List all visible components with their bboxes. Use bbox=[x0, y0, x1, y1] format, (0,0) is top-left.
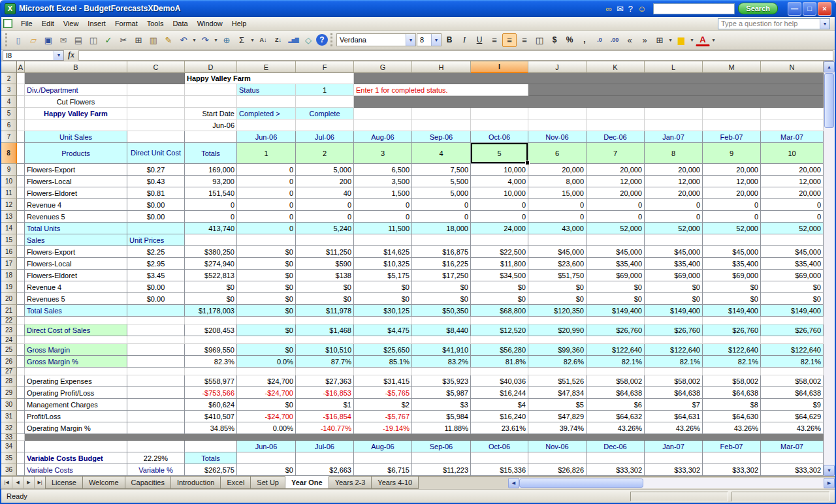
cell-E4[interactable] bbox=[237, 96, 296, 108]
cell-M30[interactable]: $8 bbox=[703, 399, 761, 411]
cell-D23[interactable]: $208,453 bbox=[185, 324, 237, 336]
cell-M25[interactable]: $122,640 bbox=[703, 344, 761, 356]
column-header-M[interactable]: M bbox=[703, 61, 761, 73]
cell-G15[interactable] bbox=[354, 234, 412, 246]
cell-C24[interactable] bbox=[127, 336, 185, 344]
cell-I31[interactable]: $16,240 bbox=[471, 411, 528, 422]
cell-B12[interactable]: Revenue 4 bbox=[25, 199, 127, 211]
cell-L24[interactable] bbox=[645, 336, 703, 344]
chevron-down-icon[interactable]: ▾ bbox=[431, 34, 441, 46]
cell-L21[interactable]: $149,400 bbox=[645, 305, 703, 317]
row-header-25[interactable]: 25 bbox=[1, 344, 17, 356]
cell-K6[interactable] bbox=[587, 119, 645, 131]
cell-J22[interactable] bbox=[528, 317, 587, 324]
decrease-indent-icon[interactable]: « bbox=[622, 33, 637, 47]
cell-G10[interactable]: 3,500 bbox=[354, 176, 412, 187]
cell-I11[interactable]: 10,000 bbox=[471, 187, 528, 199]
cell-H25[interactable]: $41,910 bbox=[412, 344, 471, 356]
cell-L36[interactable]: $33,302 bbox=[645, 464, 703, 476]
cell-A20[interactable] bbox=[17, 293, 25, 305]
cell-K31[interactable]: $64,632 bbox=[587, 411, 645, 422]
cell-K25[interactable]: $122,640 bbox=[587, 344, 645, 356]
cell-B8[interactable]: Products bbox=[25, 143, 127, 164]
cell-H17[interactable]: $16,225 bbox=[412, 258, 471, 270]
cell-A15[interactable] bbox=[17, 234, 25, 246]
copy-icon[interactable]: ⊞ bbox=[131, 33, 146, 47]
redo-icon-dropdown[interactable]: ▾ bbox=[213, 37, 219, 43]
cell-F29[interactable]: -$16,853 bbox=[296, 387, 354, 399]
cell-C17[interactable]: $2.95 bbox=[127, 258, 185, 270]
cell-I21[interactable]: $68,800 bbox=[471, 305, 528, 317]
cell-N6[interactable] bbox=[761, 119, 824, 131]
cell-D28[interactable]: $558,977 bbox=[185, 375, 237, 387]
cell-J12[interactable]: 0 bbox=[528, 199, 587, 211]
cell-E31[interactable]: -$24,700 bbox=[237, 411, 296, 422]
cell-N14[interactable]: 52,000 bbox=[761, 223, 824, 234]
help-icon[interactable]: ? bbox=[316, 34, 328, 46]
cell-A8[interactable] bbox=[17, 143, 25, 164]
cell-F5[interactable]: Complete bbox=[296, 108, 354, 119]
cell-D32[interactable]: 34.85% bbox=[185, 422, 237, 434]
cell-G13[interactable]: 0 bbox=[354, 211, 412, 223]
cell-K14[interactable]: 52,000 bbox=[587, 223, 645, 234]
cell-A4[interactable] bbox=[17, 96, 25, 108]
cell-D20[interactable]: $0 bbox=[185, 293, 237, 305]
cell-K32[interactable]: 43.26% bbox=[587, 422, 645, 434]
column-header-A[interactable]: A bbox=[17, 61, 25, 73]
cell-G17[interactable]: $10,325 bbox=[354, 258, 412, 270]
cell-N31[interactable]: $64,629 bbox=[761, 411, 824, 422]
cell-G24[interactable] bbox=[354, 336, 412, 344]
cell-C25[interactable] bbox=[127, 344, 185, 356]
cell-D14[interactable]: 413,740 bbox=[185, 223, 237, 234]
cell-M18[interactable]: $69,000 bbox=[703, 270, 761, 281]
cell-G34[interactable]: Aug-06 bbox=[354, 441, 412, 452]
cell-A34[interactable] bbox=[17, 441, 25, 452]
cell-F30[interactable]: $1 bbox=[296, 399, 354, 411]
cell-I16[interactable]: $22,500 bbox=[471, 246, 528, 258]
cell-M29[interactable]: $64,638 bbox=[703, 387, 761, 399]
cell-E18[interactable]: $0 bbox=[237, 270, 296, 281]
cell-K28[interactable]: $58,002 bbox=[587, 375, 645, 387]
cell-A24[interactable] bbox=[17, 336, 25, 344]
cell-B5[interactable]: Happy Valley Farm bbox=[25, 108, 127, 119]
cell-I27[interactable] bbox=[471, 368, 528, 375]
align-right-icon[interactable]: ≡ bbox=[517, 33, 532, 47]
search-button[interactable]: Search bbox=[738, 3, 778, 14]
cell-M36[interactable]: $33,302 bbox=[703, 464, 761, 476]
cell-J3[interactable] bbox=[528, 84, 824, 96]
cell-A25[interactable] bbox=[17, 344, 25, 356]
cell-N9[interactable]: 20,000 bbox=[761, 164, 824, 176]
cell-H27[interactable] bbox=[412, 368, 471, 375]
row-header-11[interactable]: 11 bbox=[1, 187, 17, 199]
cell-L13[interactable]: 0 bbox=[645, 211, 703, 223]
cell-D35[interactable]: Totals bbox=[185, 452, 237, 464]
cell-A3[interactable] bbox=[17, 84, 25, 96]
cell-N22[interactable] bbox=[761, 317, 824, 324]
cell-D3[interactable] bbox=[185, 84, 237, 96]
row-header-35[interactable]: 35 bbox=[1, 452, 17, 464]
cell-F32[interactable]: -140.77% bbox=[296, 422, 354, 434]
cell-L28[interactable]: $58,002 bbox=[645, 375, 703, 387]
currency-icon[interactable]: $ bbox=[547, 33, 562, 47]
cell-H22[interactable] bbox=[412, 317, 471, 324]
cell-I36[interactable]: $15,336 bbox=[471, 464, 528, 476]
cell-F10[interactable]: 200 bbox=[296, 176, 354, 187]
cell-E13[interactable]: 0 bbox=[237, 211, 296, 223]
autosum-icon[interactable]: Σ bbox=[234, 33, 249, 47]
increase-decimal-icon[interactable]: .0 bbox=[592, 33, 607, 47]
row-header-22[interactable]: 22 bbox=[1, 317, 17, 324]
cell-C13[interactable]: $0.00 bbox=[127, 211, 185, 223]
fill-color-icon-dropdown[interactable]: ▾ bbox=[689, 37, 695, 43]
cell-N23[interactable]: $26,760 bbox=[761, 324, 824, 336]
cell-G16[interactable]: $14,625 bbox=[354, 246, 412, 258]
cell-H23[interactable]: $8,440 bbox=[412, 324, 471, 336]
cell-E26[interactable]: 0.0% bbox=[237, 356, 296, 368]
cell-K7[interactable]: Dec-06 bbox=[587, 131, 645, 143]
cell-G12[interactable]: 0 bbox=[354, 199, 412, 211]
cell-A14[interactable] bbox=[17, 223, 25, 234]
minimize-button[interactable]: — bbox=[788, 2, 801, 16]
cell-G35[interactable] bbox=[354, 452, 412, 464]
cell-J21[interactable]: $120,350 bbox=[528, 305, 587, 317]
cell-H16[interactable]: $16,875 bbox=[412, 246, 471, 258]
menu-item-window[interactable]: Window bbox=[193, 18, 227, 29]
